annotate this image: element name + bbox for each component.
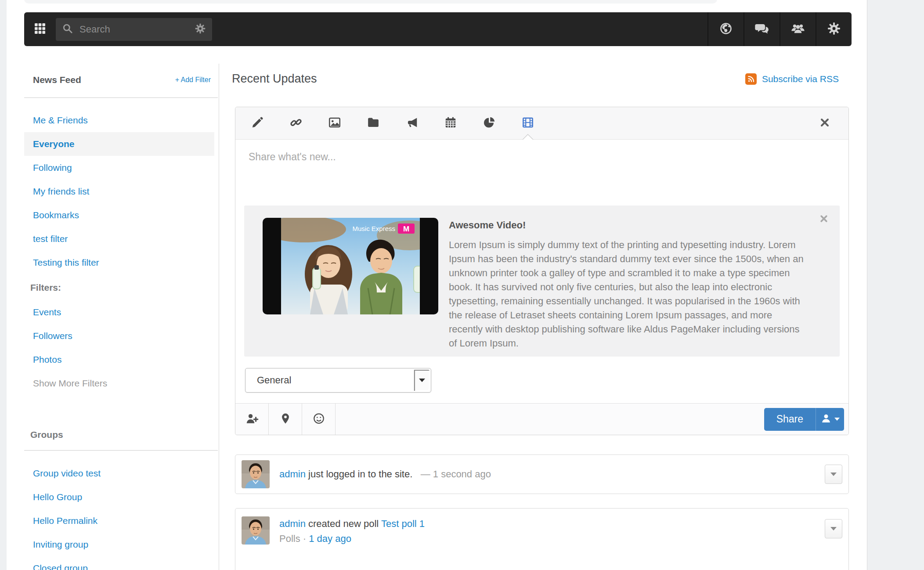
groups-list: Group video test Hello Group Hello Perma… <box>24 462 219 570</box>
share-button[interactable]: Share <box>764 408 816 431</box>
gear-icon <box>827 22 841 37</box>
feed-user-link[interactable]: admin <box>279 518 306 529</box>
category-select[interactable]: General <box>245 368 431 393</box>
announcement-tab[interactable] <box>403 115 421 132</box>
feed-poll-link[interactable]: Test poll 1 <box>381 518 425 529</box>
sidebar-item-me-and-friends[interactable]: Me & Friends <box>24 108 219 132</box>
sidebar: News Feed + Add Filter Me & Friends Ever… <box>24 61 219 570</box>
filters-list: Events Followers Photos Show More Filter… <box>24 300 219 395</box>
caret-down-icon <box>830 473 837 476</box>
close-icon <box>819 217 828 224</box>
composer-close-button[interactable] <box>816 115 834 132</box>
status-tab[interactable] <box>249 115 266 132</box>
chat-bubbles-icon <box>754 21 769 38</box>
navbar-icon-group <box>707 12 852 46</box>
select-arrow-button[interactable] <box>414 370 430 391</box>
friends-button[interactable] <box>780 12 816 46</box>
share-visibility-dropdown[interactable] <box>816 408 844 431</box>
sidebar-item-inviting-group[interactable]: Inviting group <box>24 533 219 556</box>
files-tab[interactable] <box>365 115 382 132</box>
sidebar-item-my-friends-list[interactable]: My friends list <box>24 180 219 203</box>
share-split-button: Share <box>764 408 844 431</box>
composer-text-input[interactable]: Share what's new... <box>235 140 848 206</box>
sidebar-item-testing-this-filter[interactable]: Testing this filter <box>24 251 219 274</box>
sidebar-item-group-video-test[interactable]: Group video test <box>24 462 219 485</box>
feed-filter-list: Me & Friends Everyone Following My frien… <box>24 108 219 274</box>
feed-item-poll: admin created new poll Test poll 1 Polls… <box>235 508 849 570</box>
sidebar-main-divider <box>219 64 219 570</box>
image-icon <box>328 116 341 131</box>
thumb-brand-logo: M <box>403 225 409 233</box>
feed-item-menu-button[interactable] <box>825 465 842 484</box>
feed-user-link[interactable]: admin <box>279 469 306 480</box>
active-tab-notch-fill <box>523 130 533 140</box>
feed-category: Polls <box>279 533 300 544</box>
calendar-icon <box>444 116 457 131</box>
composer-toolbar <box>235 107 848 140</box>
sidebar-item-photos[interactable]: Photos <box>24 348 219 372</box>
newsfeed-heading: News Feed <box>33 75 81 85</box>
filters-heading: Filters: <box>24 281 219 294</box>
smiley-icon <box>312 412 325 427</box>
sidebar-item-everyone[interactable]: Everyone <box>24 132 214 156</box>
link-tab[interactable] <box>287 115 305 132</box>
sidebar-divider <box>24 97 218 98</box>
add-location-button[interactable] <box>269 404 302 435</box>
avatar[interactable] <box>242 460 270 488</box>
feed-item-text: admin created new poll Test poll 1 Polls… <box>279 516 815 546</box>
location-pin-icon <box>279 412 292 426</box>
tag-friends-button[interactable] <box>235 404 269 435</box>
photo-tab[interactable] <box>326 115 343 132</box>
main-content: Recent Updates Subscribe via RSS Share w… <box>228 61 852 570</box>
thumb-brand-text: Music Express <box>352 225 395 232</box>
feed-item-login: admin just logged in to the site. — 1 se… <box>235 455 849 494</box>
globe-icon <box>719 22 733 37</box>
event-tab[interactable] <box>442 115 459 132</box>
poll-tab[interactable] <box>480 115 498 132</box>
messages-button[interactable] <box>744 12 780 46</box>
avatar[interactable] <box>242 516 270 545</box>
feed-dot-separator: · <box>303 533 306 544</box>
sidebar-item-hello-group[interactable]: Hello Group <box>24 485 219 509</box>
rss-icon <box>745 73 757 85</box>
add-filter-link[interactable]: + Add Filter <box>175 76 211 84</box>
search-box[interactable] <box>56 18 212 41</box>
search-input[interactable] <box>79 24 195 35</box>
pencil-icon <box>251 116 264 131</box>
sidebar-item-following[interactable]: Following <box>24 156 219 180</box>
language-globe-button[interactable] <box>707 12 744 46</box>
top-navbar <box>24 12 852 46</box>
caret-down-icon <box>834 418 840 421</box>
person-add-icon <box>245 411 259 427</box>
composer-bottom-bar: Share <box>235 403 848 435</box>
sidebar-item-test-filter[interactable]: test filter <box>24 227 219 251</box>
add-emoji-button[interactable] <box>302 404 336 435</box>
video-thumbnail[interactable]: Music Express M <box>263 218 438 314</box>
subscribe-rss-link[interactable]: Subscribe via RSS <box>745 73 839 85</box>
sidebar-item-closed-group[interactable]: Closed group <box>24 556 219 570</box>
search-settings-gear-icon[interactable] <box>195 23 206 36</box>
grid-icon <box>33 22 47 37</box>
scrolled-header-edge <box>24 0 717 4</box>
show-more-filters-link[interactable]: Show More Filters <box>24 372 219 395</box>
admin-settings-button[interactable] <box>816 12 852 46</box>
apps-grid-button[interactable] <box>24 12 56 46</box>
folder-icon <box>367 116 380 131</box>
feed-action-text: created new poll <box>308 518 379 529</box>
sidebar-item-followers[interactable]: Followers <box>24 324 219 348</box>
sidebar-item-hello-permalink[interactable]: Hello Permalink <box>24 509 219 533</box>
composer-placeholder: Share what's new... <box>249 151 336 162</box>
sidebar-item-bookmarks[interactable]: Bookmarks <box>24 203 219 227</box>
attachment-remove-button[interactable] <box>819 214 828 225</box>
caret-down-icon <box>830 527 837 530</box>
feed-timestamp-link[interactable]: 1 day ago <box>309 533 351 544</box>
status-composer: Share what's new... <box>235 107 849 435</box>
feed-item-menu-button[interactable] <box>825 519 842 538</box>
users-group-icon <box>790 21 806 38</box>
caret-down-icon <box>419 379 425 382</box>
person-icon <box>820 413 832 426</box>
sidebar-item-events[interactable]: Events <box>24 300 219 324</box>
feed-action-text: just logged in to the site. <box>308 469 412 480</box>
close-icon <box>819 117 830 130</box>
groups-divider <box>24 450 218 451</box>
